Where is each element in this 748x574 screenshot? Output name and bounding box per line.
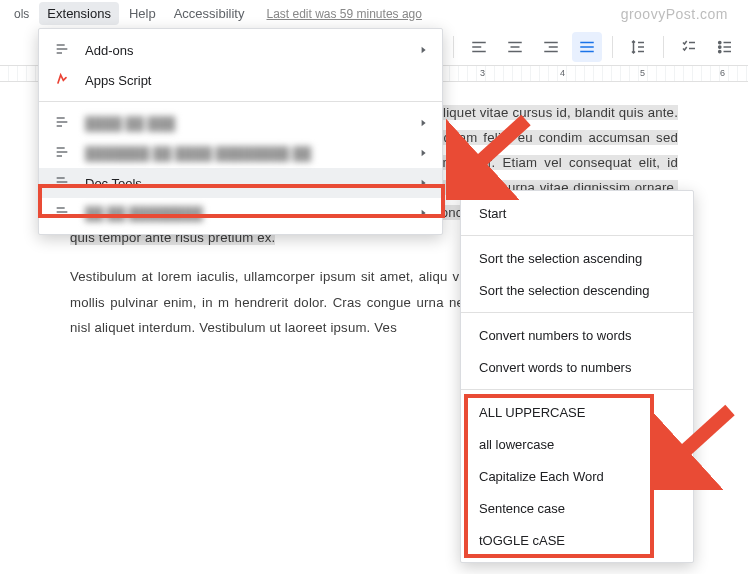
doc-tools-icon <box>53 174 71 193</box>
menu-apps-script[interactable]: Apps Script <box>39 65 442 95</box>
submenu-sort-asc[interactable]: Sort the selection ascending <box>461 242 693 274</box>
chevron-right-icon <box>420 148 428 159</box>
watermark: groovyPost.com <box>621 6 728 22</box>
svg-point-19 <box>719 41 721 43</box>
line-spacing-button[interactable] <box>623 32 653 62</box>
last-edit-text[interactable]: Last edit was 59 minutes ago <box>266 7 421 21</box>
submenu-separator <box>461 389 693 390</box>
submenu-separator <box>461 235 693 236</box>
doc-tools-submenu: Start Sort the selection ascending Sort … <box>460 190 694 563</box>
align-left-button[interactable] <box>464 32 494 62</box>
submenu-word2num[interactable]: Convert words to numbers <box>461 351 693 383</box>
submenu-sentence-case[interactable]: Sentence case <box>461 492 693 524</box>
checklist-button[interactable] <box>674 32 704 62</box>
menu-doc-tools[interactable]: Doc Tools <box>39 168 442 198</box>
menu-separator <box>39 101 442 102</box>
chevron-right-icon <box>420 118 428 129</box>
menu-addons-label: Add-ons <box>85 43 406 58</box>
extensions-menu: Add-ons Apps Script ████ ██ ███ ███████ … <box>38 28 443 235</box>
submenu-toggle-case[interactable]: tOGGLE cASE <box>461 524 693 556</box>
menu-prev[interactable]: ols <box>6 3 37 25</box>
menu-accessibility[interactable]: Accessibility <box>166 2 253 25</box>
menu-extension-2[interactable]: ███████ ██ ████ ████████ ██ <box>39 138 442 168</box>
svg-point-20 <box>719 45 721 47</box>
menu-extension-3[interactable]: ██ ██ ████████ <box>39 198 442 228</box>
submenu-separator <box>461 312 693 313</box>
menu-extension-1[interactable]: ████ ██ ███ <box>39 108 442 138</box>
submenu-uppercase[interactable]: ALL UPPERCASE <box>461 396 693 428</box>
menu-addons[interactable]: Add-ons <box>39 35 442 65</box>
svg-point-21 <box>719 50 721 52</box>
submenu-lowercase[interactable]: all lowercase <box>461 428 693 460</box>
chevron-right-icon <box>420 208 428 219</box>
submenu-start[interactable]: Start <box>461 197 693 229</box>
submenu-capitalize-word[interactable]: Capitalize Each Word <box>461 460 693 492</box>
addons-icon <box>53 41 71 60</box>
align-right-button[interactable] <box>536 32 566 62</box>
submenu-sort-desc[interactable]: Sort the selection descending <box>461 274 693 306</box>
bulleted-list-button[interactable] <box>710 32 740 62</box>
extension-icon <box>53 204 71 223</box>
extension-icon <box>53 114 71 133</box>
menu-doc-tools-label: Doc Tools <box>85 176 406 191</box>
extension-icon <box>53 144 71 163</box>
align-center-button[interactable] <box>500 32 530 62</box>
chevron-right-icon <box>420 178 428 189</box>
apps-script-icon <box>53 71 71 90</box>
menu-help[interactable]: Help <box>121 2 164 25</box>
submenu-num2word[interactable]: Convert numbers to words <box>461 319 693 351</box>
chevron-right-icon <box>420 45 428 56</box>
menu-extensions[interactable]: Extensions <box>39 2 119 25</box>
menu-apps-script-label: Apps Script <box>85 73 428 88</box>
align-justify-button[interactable] <box>572 32 602 62</box>
